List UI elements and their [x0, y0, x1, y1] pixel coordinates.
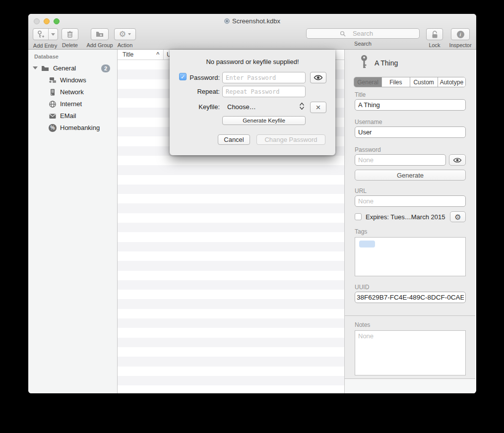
- sidebar-item-general[interactable]: General 2: [28, 62, 117, 74]
- uuid-label: UUID: [355, 284, 369, 291]
- windows-network-icon: [49, 76, 57, 84]
- url-field-label: URL: [355, 187, 367, 194]
- generate-password-button[interactable]: Generate: [355, 170, 466, 181]
- expires-checkbox[interactable]: [355, 213, 362, 220]
- reveal-password-button[interactable]: [310, 72, 326, 83]
- sidebar-item-label: Homebanking: [60, 122, 100, 134]
- keyfile-popup[interactable]: Choose…: [227, 103, 256, 111]
- sidebar-item-homebanking[interactable]: % Homebanking: [28, 122, 117, 134]
- inspector-tabs: General Files Custom Autotype: [354, 77, 466, 87]
- close-x-icon: ×: [316, 103, 321, 112]
- lock-label: Lock: [425, 42, 444, 48]
- gear-icon: ⚙: [119, 30, 126, 38]
- disclosure-triangle-icon[interactable]: [33, 66, 38, 69]
- tab-custom[interactable]: Custom: [410, 77, 438, 87]
- change-password-sheet: No password or keyfile supplied! ✓ Passw…: [170, 50, 335, 155]
- document-icon: [224, 18, 230, 24]
- sidebar-item-label: General: [53, 62, 76, 74]
- title-field[interactable]: [355, 99, 466, 111]
- folder-icon: [41, 64, 49, 72]
- password-field-label: Password: [355, 146, 381, 153]
- add-entry-dropdown[interactable]: [48, 29, 58, 40]
- tab-autotype[interactable]: Autotype: [438, 77, 465, 87]
- cancel-button[interactable]: Cancel: [218, 134, 250, 145]
- stepper-icon[interactable]: [300, 103, 304, 110]
- sidebar-item-internet[interactable]: Internet: [28, 98, 117, 110]
- eye-icon: [314, 74, 323, 81]
- column-divider[interactable]: [163, 50, 164, 60]
- titlebar: Screenshot.kdbx: [28, 17, 476, 25]
- folder-plus-icon: [95, 30, 104, 38]
- generate-keyfile-label: Generate Keyfile: [243, 118, 285, 124]
- enter-password-input[interactable]: [222, 72, 306, 83]
- app-window: Screenshot.kdbx Add Entry Delete Add: [28, 14, 476, 393]
- keyfile-label: Keyfile:: [170, 103, 220, 111]
- envelope-icon: [49, 112, 57, 120]
- delete-button[interactable]: [62, 28, 78, 40]
- change-password-button[interactable]: Change Password: [256, 134, 325, 145]
- action-label: Action: [114, 42, 136, 48]
- info-icon: i: [457, 31, 464, 38]
- eye-icon: [453, 157, 462, 163]
- sort-ascending-icon: ^: [156, 51, 159, 57]
- count-badge: 2: [101, 64, 110, 72]
- key-plus-icon[interactable]: [33, 29, 48, 40]
- generate-button-label: Generate: [397, 172, 424, 179]
- toolbar-item-search: Search: [306, 28, 420, 47]
- add-group-button[interactable]: [91, 28, 109, 40]
- inspector-footer: [345, 379, 475, 393]
- action-button[interactable]: ⚙: [114, 28, 136, 40]
- search-input[interactable]: [306, 28, 420, 39]
- section-divider: [345, 315, 475, 316]
- password-label: Password:: [170, 74, 220, 81]
- sidebar-item-label: Internet: [60, 98, 82, 110]
- tags-box[interactable]: [355, 237, 466, 276]
- sheet-message: No password or keyfile supplied!: [170, 58, 335, 65]
- window-title: Screenshot.kdbx: [232, 17, 280, 25]
- gear-icon: ⚙: [454, 213, 461, 221]
- generate-keyfile-button[interactable]: Generate Keyfile: [222, 116, 306, 125]
- chevron-down-icon: [51, 33, 55, 36]
- password-field[interactable]: [355, 154, 446, 166]
- desktop: { "window": { "title": "Screenshot.kdbx"…: [0, 0, 504, 433]
- search-icon: [340, 31, 346, 37]
- tag-pill[interactable]: [359, 241, 375, 247]
- sidebar-item-email[interactable]: EMail: [28, 110, 117, 122]
- inspector-panel: A Thing General Files Custom Autotype Ti…: [344, 50, 475, 393]
- change-password-label: Change Password: [264, 136, 317, 143]
- inspector-button[interactable]: i: [451, 28, 470, 40]
- tab-general[interactable]: General: [354, 77, 381, 87]
- notes-field[interactable]: [355, 330, 466, 375]
- show-password-button[interactable]: [449, 154, 466, 166]
- expires-settings-button[interactable]: ⚙: [450, 211, 466, 222]
- lock-button[interactable]: [426, 28, 443, 40]
- tab-files[interactable]: Files: [381, 77, 409, 87]
- column-header-title[interactable]: Title: [123, 51, 133, 58]
- toolbar-item-delete: Delete: [60, 28, 80, 48]
- username-field[interactable]: [355, 126, 466, 138]
- uuid-field[interactable]: [355, 292, 466, 303]
- key-icon: [359, 55, 370, 70]
- entry-title: A Thing: [375, 59, 398, 67]
- sidebar: Database General 2 Windows Network Inter…: [28, 50, 118, 393]
- lock-open-icon: [431, 30, 439, 39]
- sidebar-item-label: Network: [60, 86, 84, 98]
- toolbar-item-add-group: Add Group: [84, 28, 116, 48]
- repeat-label: Repeat:: [170, 88, 220, 95]
- repeat-password-input[interactable]: [222, 86, 306, 97]
- url-field[interactable]: [355, 195, 466, 207]
- sidebar-item-network[interactable]: Network: [28, 86, 117, 98]
- tags-label: Tags: [355, 228, 367, 235]
- chevron-down-icon: [128, 33, 131, 35]
- add-entry-button[interactable]: [33, 28, 58, 40]
- clear-keyfile-button[interactable]: ×: [310, 102, 326, 113]
- sidebar-section-header: Database: [34, 54, 59, 60]
- sidebar-item-windows[interactable]: Windows: [28, 74, 117, 86]
- add-group-label: Add Group: [84, 42, 116, 48]
- search-label: Search: [306, 41, 420, 47]
- trash-icon: [66, 30, 74, 39]
- percent-icon: %: [49, 124, 57, 132]
- toolbar-item-add-entry: Add Entry: [31, 28, 59, 49]
- window-chrome: Screenshot.kdbx Add Entry Delete Add: [28, 14, 476, 50]
- inspector-label: Inspector: [448, 42, 473, 48]
